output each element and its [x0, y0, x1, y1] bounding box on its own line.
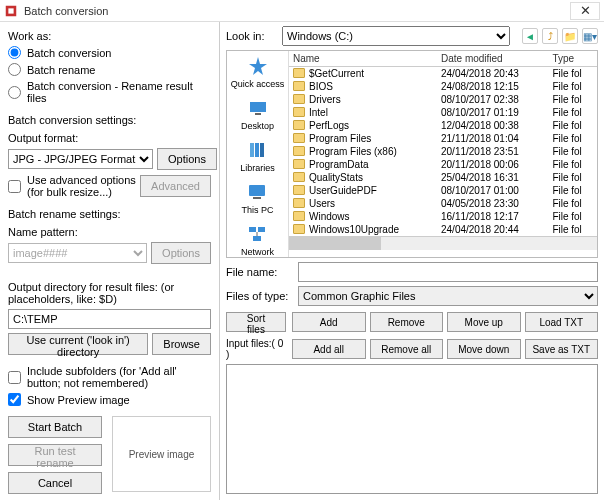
files-of-type-select[interactable]: Common Graphic Files	[298, 286, 598, 306]
table-row[interactable]: PerfLogs12/04/2018 00:38File fol	[289, 119, 597, 132]
place-desktop[interactable]: Desktop	[241, 97, 274, 131]
name-pattern-label: Name pattern:	[8, 226, 211, 238]
pattern-options-button: Options	[151, 242, 211, 264]
output-format-label: Output format:	[8, 132, 211, 144]
svg-rect-4	[255, 113, 261, 115]
folder-icon	[293, 133, 305, 143]
table-row[interactable]: Windows10Upgrade24/04/2018 20:44File fol	[289, 223, 597, 236]
table-row[interactable]: Windows16/11/2018 12:17File fol	[289, 210, 597, 223]
look-in-label: Look in:	[226, 30, 276, 42]
folder-icon	[293, 172, 305, 182]
folder-icon	[293, 81, 305, 91]
files-of-type-label: Files of type:	[226, 290, 292, 302]
table-row[interactable]: Program Files21/11/2018 01:04File fol	[289, 132, 597, 145]
new-folder-icon[interactable]: 📁	[562, 28, 578, 44]
include-subfolders-check[interactable]: Include subfolders (for 'Add all' button…	[8, 365, 211, 389]
svg-rect-3	[250, 102, 266, 112]
output-dir-label: Output directory for result files: (or p…	[8, 281, 211, 305]
table-row[interactable]: BIOS24/08/2018 12:15File fol	[289, 80, 597, 93]
svg-rect-1	[8, 8, 13, 13]
svg-rect-7	[260, 143, 264, 157]
folder-icon	[293, 198, 305, 208]
folder-icon	[293, 107, 305, 117]
load-txt-button[interactable]: Load TXT	[525, 312, 599, 332]
folder-icon	[293, 94, 305, 104]
sort-files-button[interactable]: Sort files	[226, 312, 286, 332]
input-files-label: Input files:( 0 )	[226, 338, 286, 360]
table-row[interactable]: UserGuidePDF08/10/2017 01:00File fol	[289, 184, 597, 197]
look-in-select[interactable]: Windows (C:)	[282, 26, 510, 46]
show-preview-check[interactable]: Show Preview image	[8, 393, 211, 406]
svg-rect-5	[250, 143, 254, 157]
col-name[interactable]: Name	[289, 51, 437, 67]
folder-icon	[293, 120, 305, 130]
table-row[interactable]: Users04/05/2018 23:30File fol	[289, 197, 597, 210]
folder-icon	[293, 224, 305, 234]
folder-icon	[293, 146, 305, 156]
place-network[interactable]: Network	[241, 223, 274, 257]
br-settings-label: Batch rename settings:	[8, 208, 211, 220]
remove-all-button[interactable]: Remove all	[370, 339, 444, 359]
col-date[interactable]: Date modified	[437, 51, 548, 67]
svg-rect-9	[253, 197, 261, 199]
app-icon	[4, 4, 18, 18]
browse-button[interactable]: Browse	[152, 333, 211, 355]
work-as-label: Work as:	[8, 30, 211, 42]
options-button[interactable]: Options	[157, 148, 217, 170]
svg-marker-2	[249, 57, 267, 75]
svg-rect-11	[258, 227, 265, 232]
file-list[interactable]: Name Date modified Type $GetCurrent24/04…	[289, 51, 597, 236]
place-libraries[interactable]: Libraries	[240, 139, 275, 173]
add-all-button[interactable]: Add all	[292, 339, 366, 359]
move-down-button[interactable]: Move down	[447, 339, 521, 359]
add-button[interactable]: Add	[292, 312, 366, 332]
input-files-list[interactable]	[226, 364, 598, 494]
svg-rect-8	[249, 185, 265, 196]
close-button[interactable]: ✕	[570, 2, 600, 20]
place-quick-access[interactable]: Quick access	[231, 55, 285, 89]
start-batch-button[interactable]: Start Batch	[8, 416, 102, 438]
table-row[interactable]: $GetCurrent24/04/2018 20:43File fol	[289, 67, 597, 81]
use-current-dir-button[interactable]: Use current ('look in') directory	[8, 333, 148, 355]
radio-batch-conversion[interactable]: Batch conversion	[8, 46, 211, 59]
folder-icon	[293, 211, 305, 221]
output-format-select[interactable]: JPG - JPG/JPEG Format	[8, 149, 153, 169]
svg-rect-6	[255, 143, 259, 157]
cancel-button[interactable]: Cancel	[8, 472, 102, 494]
run-test-rename-button: Run test rename	[8, 444, 102, 466]
radio-batch-conversion-rename[interactable]: Batch conversion - Rename result files	[8, 80, 211, 104]
horizontal-scrollbar[interactable]	[289, 236, 597, 250]
table-row[interactable]: Intel08/10/2017 01:19File fol	[289, 106, 597, 119]
table-row[interactable]: Program Files (x86)20/11/2018 23:51File …	[289, 145, 597, 158]
back-icon[interactable]: ◄	[522, 28, 538, 44]
save-txt-button[interactable]: Save as TXT	[525, 339, 599, 359]
svg-rect-10	[249, 227, 256, 232]
move-up-button[interactable]: Move up	[447, 312, 521, 332]
table-row[interactable]: Drivers08/10/2017 02:38File fol	[289, 93, 597, 106]
file-name-input[interactable]	[298, 262, 598, 282]
advanced-button: Advanced	[140, 175, 211, 197]
folder-icon	[293, 68, 305, 78]
col-type[interactable]: Type	[548, 51, 597, 67]
svg-rect-12	[253, 236, 261, 241]
folder-icon	[293, 185, 305, 195]
bc-settings-label: Batch conversion settings:	[8, 114, 211, 126]
output-dir-input[interactable]	[8, 309, 211, 329]
folder-icon	[293, 159, 305, 169]
up-icon[interactable]: ⤴	[542, 28, 558, 44]
views-icon[interactable]: ▦▾	[582, 28, 598, 44]
table-row[interactable]: ProgramData20/11/2018 00:06File fol	[289, 158, 597, 171]
name-pattern-select: image####	[8, 243, 147, 263]
file-name-label: File name:	[226, 266, 292, 278]
use-advanced-check[interactable]: Use advanced options (for bulk resize...…	[8, 174, 136, 198]
place-this-pc[interactable]: This PC	[241, 181, 273, 215]
preview-area: Preview image	[112, 416, 211, 492]
window-title: Batch conversion	[24, 5, 570, 17]
table-row[interactable]: QualityStats25/04/2018 16:31File fol	[289, 171, 597, 184]
places-bar: Quick access Desktop Libraries This PC N…	[227, 51, 289, 257]
radio-batch-rename[interactable]: Batch rename	[8, 63, 211, 76]
remove-button[interactable]: Remove	[370, 312, 444, 332]
